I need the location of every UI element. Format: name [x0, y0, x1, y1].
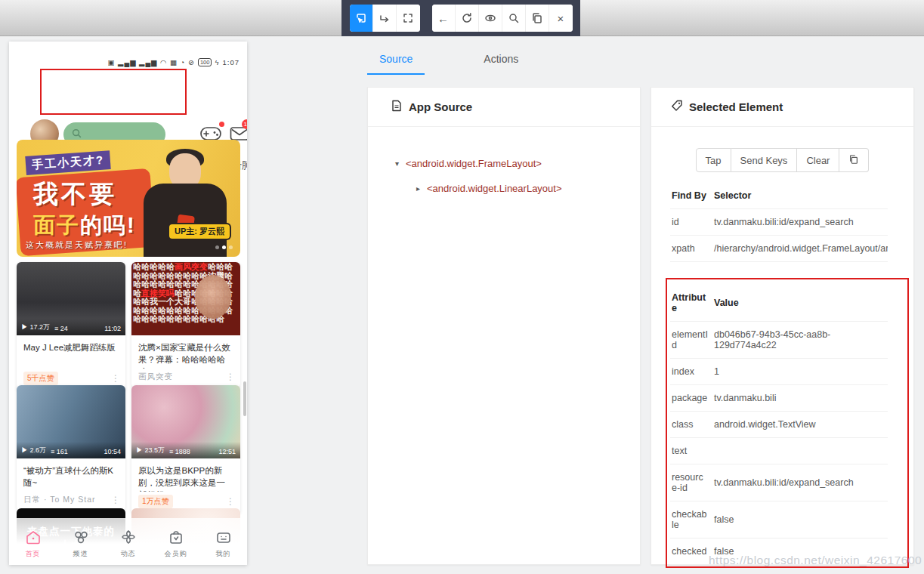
app-window: ← × — [0, 0, 924, 574]
copy-selector-button[interactable] — [839, 148, 869, 172]
banner-title-highlight: 面子 — [33, 213, 80, 237]
back-button[interactable]: ← — [432, 5, 456, 32]
document-icon — [391, 100, 403, 114]
shop-icon — [168, 534, 184, 547]
comments-icon: ≡ — [54, 325, 58, 332]
play-icon: ▶ — [136, 446, 143, 454]
table-row[interactable]: classandroid.widget.TextView — [670, 412, 888, 438]
watermark-text: https://blog.csdn.net/weixin_42617600 — [709, 554, 922, 567]
play-icon: ▶ — [21, 323, 28, 331]
menu-dots-icon[interactable]: ⋮ — [226, 372, 235, 382]
video-title: 沈腾×国家宝藏是什么效果？弹幕：哈哈哈哈哈哈 — [131, 335, 240, 369]
nav-mine[interactable]: 我的 — [206, 529, 242, 559]
table-row[interactable]: id tv.danmaku.bili:id/expand_search — [670, 209, 888, 236]
thumbnail-face — [195, 275, 231, 319]
video-title: May J Lee减肥舞蹈练版 — [17, 335, 125, 369]
video-thumbnail: ▶ 23.5万 ≡ 1888 12:51 — [131, 385, 240, 458]
swipe-gesture-button[interactable] — [373, 5, 397, 32]
banner-title-line1: 我不要 — [33, 177, 117, 211]
table-row[interactable]: packagetv.danmaku.bili — [670, 385, 888, 412]
charging-icon: ϟ — [215, 58, 219, 66]
menu-dots-icon[interactable]: ⋮ — [111, 373, 120, 384]
nav-shop[interactable]: 会员购 — [158, 529, 194, 559]
close-icon: × — [558, 12, 564, 25]
clear-button[interactable]: Clear — [797, 148, 839, 172]
tree-node[interactable]: ▸ <android.widget.LinearLayout> — [368, 176, 640, 201]
swipe-icon — [379, 12, 391, 24]
mode-button-group — [350, 5, 420, 32]
message-badge: 13 — [242, 119, 247, 129]
tree-node[interactable]: ▾ <android.widget.FrameLayout> — [368, 151, 640, 176]
copy-button[interactable] — [526, 5, 549, 32]
home-icon — [25, 534, 42, 547]
screen-region-icon — [402, 12, 414, 24]
table-row[interactable]: elementIddb046b67-94b3-45cc-aa8b-129d774… — [670, 322, 888, 359]
notification-dot — [219, 122, 224, 127]
back-icon: ← — [437, 12, 449, 25]
action-button-group: ← × — [432, 5, 573, 32]
table-row[interactable]: xpath /hierarchy/android.widget.FrameLay… — [670, 236, 888, 262]
tap-button[interactable]: Tap — [696, 148, 731, 172]
play-icon: ▶ — [21, 446, 28, 454]
caret-down-icon[interactable]: ▾ — [395, 159, 406, 168]
nav-home[interactable]: 首页 — [15, 529, 51, 559]
copy-icon — [848, 154, 859, 167]
eye-button[interactable] — [479, 5, 502, 32]
phone-panel-scrollbar[interactable] — [243, 381, 246, 416]
carousel-banner[interactable]: 手工小天才? 我不要 面子的吗! UP主: 罗云熙 这大概就是天赋异禀吧! — [17, 140, 240, 257]
phone-status-bar: ▣ ▂▄▆ ▂▄▆ ◠ ▦ ◔ ⊘ 100 ϟ 1:07 — [107, 58, 239, 66]
phone-bottom-nav: 首页 频道 动态 会员购 — [9, 518, 247, 565]
subtitle-tag: 日常 · To My Star — [23, 495, 96, 505]
video-duration: 11:02 — [104, 325, 121, 332]
col-attribute: Attribute — [670, 285, 712, 322]
inspector-toolbar: ← × — [341, 0, 580, 36]
selected-element-panel: Selected Element Tap Send Keys Clear Fin… — [651, 87, 914, 565]
tab-source[interactable]: Source — [367, 48, 425, 74]
element-action-buttons: Tap Send Keys Clear — [651, 148, 913, 172]
nav-dynamic[interactable]: 动态 — [110, 529, 147, 559]
banner-person — [144, 153, 227, 257]
screen-region-button[interactable] — [397, 5, 420, 32]
video-thumbnail: ▶ 17.2万 ≡ 24 11:02 — [17, 262, 125, 335]
dynamic-icon — [120, 534, 137, 547]
source-tree: ▾ <android.widget.FrameLayout> ▸ <androi… — [368, 127, 640, 201]
table-row[interactable]: index1 — [670, 359, 888, 385]
carousel-dots[interactable] — [215, 245, 233, 249]
status-icons: ▣ ▂▄▆ ▂▄▆ ◠ ▦ ◔ ⊘ — [107, 58, 194, 66]
banner-title-rest: 的吗! — [80, 213, 136, 237]
copy-icon — [531, 12, 543, 24]
caret-right-icon[interactable]: ▸ — [416, 184, 427, 193]
comments-icon: ≡ — [169, 448, 173, 455]
video-title: “被动方”直球什么的斯K随~ — [17, 458, 125, 492]
select-element-button[interactable] — [350, 5, 373, 32]
panel-title: Selected Element — [689, 100, 783, 113]
video-stats: ▶ 23.5万 ≡ 1888 12:51 — [131, 442, 240, 458]
send-keys-button[interactable]: Send Keys — [731, 148, 798, 172]
mine-icon — [215, 534, 232, 547]
like-tag: 1万点赞 — [138, 495, 173, 508]
active-tab-indicator — [367, 73, 425, 75]
nav-channel[interactable]: 频道 — [63, 529, 99, 559]
search-button[interactable] — [502, 5, 526, 32]
refresh-button[interactable] — [456, 5, 479, 32]
table-row[interactable]: checkablefalse — [670, 501, 888, 539]
table-row[interactable]: text — [670, 438, 888, 464]
table-row[interactable]: resource-idtv.danmaku.bili:id/expand_sea… — [670, 464, 888, 501]
video-stats: ▶ 2.6万 ≡ 161 10:54 — [17, 442, 125, 458]
banner-uploader: UP主: 罗云熙 — [169, 224, 230, 239]
search-icon — [508, 12, 520, 24]
video-card[interactable]: 哈哈哈哈哈画风突变哈哈哈哈哈哈哈哈哈哈哈哈沈腾哈哈哈哈哈哈哈哈哈哈哈哈哈哈直接笑… — [131, 262, 240, 388]
menu-dots-icon[interactable]: ⋮ — [111, 495, 120, 505]
video-card[interactable]: ▶ 17.2万 ≡ 24 11:02 May J Lee减肥舞蹈练版 5千点赞 … — [17, 262, 125, 391]
video-card[interactable]: ▶ 23.5万 ≡ 1888 12:51 原以为这是BKPP的新剧，没想到原来这… — [131, 385, 240, 514]
banner-caption: 这大概就是天赋异禀吧! — [26, 239, 128, 251]
video-title: 原以为这是BKPP的新剧，没想到原来这是一部超超... — [131, 458, 240, 492]
video-card[interactable]: ▶ 2.6万 ≡ 161 10:54 “被动方”直球什么的斯K随~ 日常 · T… — [17, 385, 125, 511]
video-thumbnail: 哈哈哈哈哈画风突变哈哈哈哈哈哈哈哈哈哈哈哈沈腾哈哈哈哈哈哈哈哈哈哈哈哈哈哈直接笑… — [131, 262, 240, 335]
refresh-icon — [461, 12, 473, 24]
menu-dots-icon[interactable]: ⋮ — [226, 496, 235, 507]
battery-icon: 100 — [198, 58, 212, 66]
device-screenshot-panel[interactable]: ▣ ▂▄▆ ▂▄▆ ◠ ▦ ◔ ⊘ 100 ϟ 1:07 13 直播 推荐 热门… — [9, 42, 247, 565]
close-button[interactable]: × — [549, 5, 573, 32]
tab-actions[interactable]: Actions — [471, 48, 530, 74]
